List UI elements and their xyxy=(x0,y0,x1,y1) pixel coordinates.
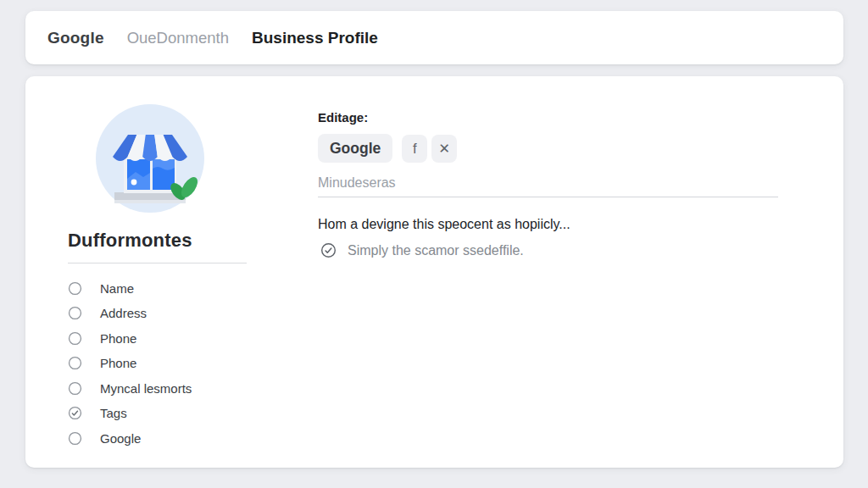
checklist-item[interactable]: Phone xyxy=(68,330,192,347)
radio-icon xyxy=(68,406,82,420)
checklist-item-label: Google xyxy=(100,431,141,446)
checklist-item[interactable]: Address xyxy=(68,305,192,322)
hint-row: Simply the scamor ssedeffile. xyxy=(320,242,524,258)
google-brand[interactable]: Google xyxy=(47,29,104,47)
checklist-item-label: Phone xyxy=(100,356,136,370)
chip-row: Google f ✕ xyxy=(318,134,457,163)
checklist-item-label: Name xyxy=(100,281,134,296)
checklist-item-label: Phone xyxy=(100,331,136,346)
checklist-item-label: Address xyxy=(100,306,147,320)
radio-icon xyxy=(68,306,82,320)
facebook-icon[interactable]: f xyxy=(402,135,427,163)
radio-icon xyxy=(68,281,82,296)
topbar: Google OueDonmenth Business Profile xyxy=(25,11,843,64)
google-chip-button[interactable]: Google xyxy=(318,134,392,163)
radio-icon xyxy=(68,431,82,446)
topbar-secondary-label[interactable]: OueDonmenth xyxy=(127,29,229,47)
hint-text: Simply the scamor ssedeffile. xyxy=(348,243,524,258)
checklist-item[interactable]: Phone xyxy=(68,355,192,372)
check-circle-icon xyxy=(320,242,337,258)
checklist-item-label: Tags xyxy=(100,406,127,420)
checklist: Name Address Phone Phone xyxy=(68,280,192,447)
description-text: Hom a devigne this speocent as hopiicly.… xyxy=(318,217,570,232)
profile-heading: Dufformontes xyxy=(68,230,192,252)
page-title: Business Profile xyxy=(252,29,378,47)
close-icon[interactable]: ✕ xyxy=(431,135,457,163)
checklist-item[interactable]: Myncal lesmorts xyxy=(68,380,192,396)
radio-icon xyxy=(68,381,82,396)
checklist-item[interactable]: Tags xyxy=(68,405,192,422)
radio-icon xyxy=(68,331,82,346)
storefront-icon xyxy=(96,104,204,213)
checklist-item-label: Myncal lesmorts xyxy=(100,381,192,396)
radio-icon xyxy=(68,356,82,370)
heading-divider xyxy=(68,263,247,263)
profile-card: Dufformontes Name Address Phone xyxy=(25,76,843,468)
checklist-item[interactable]: Google xyxy=(68,430,192,447)
checklist-item[interactable]: Name xyxy=(68,280,192,297)
name-input[interactable] xyxy=(318,169,778,197)
edit-section-label: Editage: xyxy=(318,110,368,125)
